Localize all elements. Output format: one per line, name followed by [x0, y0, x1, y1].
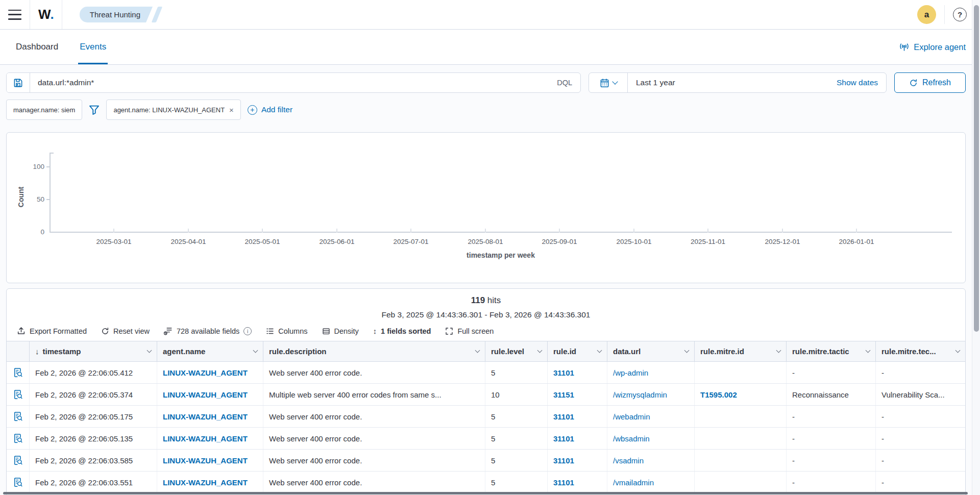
cell-timestamp: Feb 2, 2026 @ 22:06:05.175: [29, 406, 157, 427]
breadcrumb[interactable]: Threat Hunting: [80, 7, 159, 22]
grid-toolbar: Export Formatted Reset view 728 availabl…: [7, 319, 965, 341]
cell-agent-link[interactable]: LINUX-WAZUH_AGENT: [163, 390, 248, 399]
cell-description: Web server 400 error code.: [263, 362, 485, 383]
cell-agent-link[interactable]: LINUX-WAZUH_AGENT: [163, 478, 248, 487]
cell-url-link[interactable]: /wbsadmin: [613, 434, 650, 443]
inspect-document-icon[interactable]: [13, 433, 23, 443]
x-tick-mark: [410, 229, 411, 233]
cell-rule-id-link[interactable]: 31101: [553, 456, 574, 465]
cell-rule-id-link[interactable]: 31151: [553, 390, 574, 399]
cell-rule-id-link[interactable]: 31101: [553, 368, 574, 377]
refresh-icon: [909, 79, 918, 87]
cell-mitre-id-link[interactable]: T1595.002: [700, 390, 737, 399]
show-dates-link[interactable]: Show dates: [837, 78, 886, 87]
results-panel: 119 hits Feb 3, 2025 @ 14:43:36.301 - Fe…: [6, 288, 966, 495]
cell-rule-id-link[interactable]: 31101: [553, 434, 574, 443]
cell-description: Multiple web server 400 error codes from…: [263, 384, 485, 405]
filter-funnel-icon[interactable]: [89, 105, 100, 115]
header-agent-name[interactable]: agent.name: [157, 341, 263, 361]
header-mitre-tactic[interactable]: rule.mitre.tactic: [786, 341, 875, 361]
fields-sorted-button[interactable]: ↕ 1 fields sorted: [373, 327, 431, 335]
column-menu-icon[interactable]: [147, 348, 152, 353]
reset-view-label: Reset view: [113, 327, 150, 335]
cell-url-link[interactable]: /wp-admin: [613, 368, 648, 377]
header-data-url[interactable]: data.url: [607, 341, 694, 361]
cell-agent-link[interactable]: LINUX-WAZUH_AGENT: [163, 434, 248, 443]
x-axis-label: timestamp per week: [467, 251, 535, 259]
column-menu-icon[interactable]: [475, 348, 480, 353]
column-menu-icon[interactable]: [684, 348, 690, 353]
x-tick-mark: [707, 229, 708, 233]
export-formatted-button[interactable]: Export Formatted: [17, 327, 87, 335]
inspect-document-icon[interactable]: [13, 367, 23, 378]
header-rule-level[interactable]: rule.level: [485, 341, 547, 361]
tab-dashboard[interactable]: Dashboard: [14, 30, 60, 64]
time-range-summary: Feb 3, 2025 @ 14:43:36.301 - Feb 3, 2026…: [7, 310, 965, 319]
x-tick-mark: [188, 229, 189, 233]
inspect-document-icon[interactable]: [13, 455, 23, 465]
density-button[interactable]: Density: [322, 327, 359, 335]
header-mitre-technique[interactable]: rule.mitre.tec...: [875, 341, 965, 361]
filter-pill-agent[interactable]: agent.name: LINUX-WAZUH_AGENT ×: [106, 100, 240, 120]
available-fields-button[interactable]: 728 available fields i: [164, 327, 252, 335]
vertical-scrollbar[interactable]: [972, 0, 980, 495]
menu-icon[interactable]: [8, 10, 21, 20]
cell-agent-link[interactable]: LINUX-WAZUH_AGENT: [163, 412, 248, 421]
cell-agent-link[interactable]: LINUX-WAZUH_AGENT: [163, 368, 248, 377]
sort-desc-icon: ↓: [35, 347, 39, 356]
header-timestamp[interactable]: ↓ timestamp: [29, 341, 157, 361]
breadcrumb-tail: [152, 7, 163, 22]
save-query-icon[interactable]: [7, 73, 30, 92]
cell-url-link[interactable]: /vsadmin: [613, 456, 644, 465]
column-menu-icon[interactable]: [537, 348, 543, 353]
cell-tactic: Reconnaissance: [786, 384, 875, 405]
refresh-button[interactable]: Refresh: [894, 72, 966, 93]
divider: [944, 5, 945, 24]
column-menu-icon[interactable]: [955, 348, 961, 353]
wazuh-logo[interactable]: W.: [38, 7, 54, 22]
explore-agent-label: Explore agent: [914, 42, 966, 52]
cell-rule-id-link[interactable]: 31101: [553, 478, 574, 487]
fields-icon: [164, 327, 173, 335]
full-screen-button[interactable]: Full screen: [445, 327, 494, 335]
calendar-dropdown-button[interactable]: [589, 73, 628, 92]
add-filter-button[interactable]: + Add filter: [248, 105, 292, 115]
column-menu-icon[interactable]: [253, 348, 258, 353]
columns-icon: [266, 327, 274, 335]
help-icon[interactable]: ?: [953, 8, 967, 21]
cell-rule-id-link[interactable]: 31101: [553, 412, 574, 421]
header-mitre-id[interactable]: rule.mitre.id: [694, 341, 786, 361]
search-input[interactable]: [30, 78, 549, 87]
table-row: Feb 2, 2026 @ 22:06:05.374 LINUX-WAZUH_A…: [7, 384, 965, 406]
reset-view-button[interactable]: Reset view: [101, 327, 150, 335]
x-tick-label: 2025-11-01: [691, 238, 725, 245]
inspect-document-icon[interactable]: [13, 411, 23, 422]
cell-level: 10: [485, 384, 547, 405]
inspect-document-icon[interactable]: [13, 389, 23, 400]
tab-events[interactable]: Events: [78, 30, 108, 64]
column-menu-icon[interactable]: [776, 348, 781, 353]
filter-pill-manager[interactable]: manager.name: siem: [6, 100, 82, 120]
inspect-document-icon[interactable]: [13, 477, 23, 487]
cell-url-link[interactable]: /webadmin: [613, 412, 650, 421]
remove-filter-icon[interactable]: ×: [229, 106, 234, 114]
cell-agent-link[interactable]: LINUX-WAZUH_AGENT: [163, 456, 248, 465]
column-menu-icon[interactable]: [597, 348, 602, 353]
horizontal-scrollbar-thumb[interactable]: [3, 492, 968, 494]
cell-url-link[interactable]: /wizmysqladmin: [613, 390, 667, 399]
header-rule-id[interactable]: rule.id: [547, 341, 607, 361]
vertical-scrollbar-thumb[interactable]: [974, 5, 979, 332]
density-label: Density: [334, 327, 359, 335]
x-tick-label: 2026-01-01: [839, 238, 874, 245]
column-menu-icon[interactable]: [866, 348, 871, 353]
x-tick-label: 2025-03-01: [96, 238, 131, 245]
explore-agent-button[interactable]: Explore agent: [899, 30, 966, 64]
header-rule-description[interactable]: rule.description: [263, 341, 485, 361]
cell-description: Web server 400 error code.: [263, 450, 485, 471]
info-icon[interactable]: i: [243, 327, 252, 335]
avatar[interactable]: a: [917, 5, 936, 24]
time-range-value[interactable]: Last 1 year: [628, 78, 837, 87]
query-language-button[interactable]: DQL: [549, 79, 580, 87]
columns-button[interactable]: Columns: [266, 327, 307, 335]
cell-url-link[interactable]: /vmailadmin: [613, 478, 654, 487]
